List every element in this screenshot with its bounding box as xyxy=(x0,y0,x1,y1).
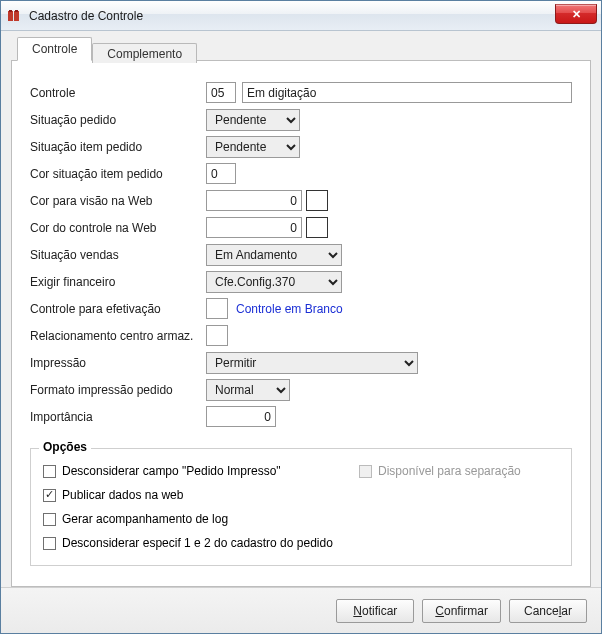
row-controle: Controle xyxy=(30,79,572,106)
cor-visao-web-swatch[interactable] xyxy=(306,190,328,211)
label-cor-situacao-item: Cor situação item pedido xyxy=(30,167,206,181)
label-relacionamento-centro: Relacionamento centro armaz. xyxy=(30,329,206,343)
tab-controle[interactable]: Controle xyxy=(17,37,92,61)
label-cor-visao-web: Cor para visão na Web xyxy=(30,194,206,208)
notificar-button[interactable]: Notificar xyxy=(336,599,414,623)
cor-situacao-item-input[interactable] xyxy=(206,163,236,184)
btn-hotkey: C xyxy=(435,604,444,618)
controle-code-input[interactable] xyxy=(206,82,236,103)
btn-pre: Cance xyxy=(524,604,559,618)
label-situacao-item-pedido: Situação item pedido xyxy=(30,140,206,154)
close-icon: ✕ xyxy=(572,9,581,20)
svg-rect-2 xyxy=(9,10,12,12)
controle-efetivacao-code-input[interactable] xyxy=(206,298,228,319)
opt-desconsiderar-especif[interactable]: Desconsiderar especif 1 e 2 do cadastro … xyxy=(43,531,359,555)
cor-visao-web-input[interactable] xyxy=(206,190,302,211)
row-exigir-financeiro: Exigir financeiro Cfe.Config.370 xyxy=(30,268,572,295)
svg-rect-1 xyxy=(14,11,19,21)
label-exigir-financeiro: Exigir financeiro xyxy=(30,275,206,289)
row-importancia: Importância xyxy=(30,403,572,430)
client-area: Controle Complemento Controle Situação p… xyxy=(1,31,601,633)
row-cor-controle-web: Cor do controle na Web xyxy=(30,214,572,241)
importancia-input[interactable] xyxy=(206,406,276,427)
btn-post: onfirmar xyxy=(444,604,488,618)
controle-desc-input[interactable] xyxy=(242,82,572,103)
row-impressao: Impressão Permitir xyxy=(30,349,572,376)
confirmar-button[interactable]: Confirmar xyxy=(422,599,501,623)
cor-controle-web-swatch[interactable] xyxy=(306,217,328,238)
close-button[interactable]: ✕ xyxy=(555,4,597,24)
svg-rect-0 xyxy=(8,11,13,21)
titlebar: Cadastro de Controle ✕ xyxy=(1,1,601,31)
svg-rect-3 xyxy=(15,10,18,12)
dialog-footer: Notificar Confirmar Cancelar xyxy=(1,587,601,633)
opt-label: Desconsiderar campo "Pedido Impresso" xyxy=(62,464,281,478)
label-importancia: Importância xyxy=(30,410,206,424)
label-controle-efetivacao: Controle para efetivação xyxy=(30,302,206,316)
label-situacao-pedido: Situação pedido xyxy=(30,113,206,127)
situacao-vendas-select[interactable]: Em Andamento xyxy=(206,244,342,266)
window: Cadastro de Controle ✕ Controle Compleme… xyxy=(0,0,602,634)
cancelar-button[interactable]: Cancelar xyxy=(509,599,587,623)
row-cor-visao-web: Cor para visão na Web xyxy=(30,187,572,214)
cor-controle-web-input[interactable] xyxy=(206,217,302,238)
row-situacao-item-pedido: Situação item pedido Pendente xyxy=(30,133,572,160)
row-formato-impressao: Formato impressão pedido Normal xyxy=(30,376,572,403)
opt-publicar-web[interactable]: Publicar dados na web xyxy=(43,483,359,507)
row-situacao-vendas: Situação vendas Em Andamento xyxy=(30,241,572,268)
tab-controle-label: Controle xyxy=(32,42,77,56)
checkbox-icon xyxy=(359,465,372,478)
tabstrip: Controle Complemento xyxy=(17,37,601,61)
btn-hotkey: N xyxy=(353,604,362,618)
label-controle: Controle xyxy=(30,86,206,100)
label-situacao-vendas: Situação vendas xyxy=(30,248,206,262)
label-cor-controle-web: Cor do controle na Web xyxy=(30,221,206,235)
form: Controle Situação pedido Pendente Situaç… xyxy=(30,79,572,430)
btn-post: ar xyxy=(561,604,572,618)
tab-complemento-label: Complemento xyxy=(107,47,182,61)
options-legend: Opções xyxy=(39,440,91,454)
checkbox-icon xyxy=(43,513,56,526)
label-formato-impressao: Formato impressão pedido xyxy=(30,383,206,397)
row-controle-efetivacao: Controle para efetivação Controle em Bra… xyxy=(30,295,572,322)
row-relacionamento-centro: Relacionamento centro armaz. xyxy=(30,322,572,349)
options-fieldset: Opções Desconsiderar campo "Pedido Impre… xyxy=(30,448,572,566)
controle-efetivacao-desc: Controle em Branco xyxy=(236,302,343,316)
exigir-financeiro-select[interactable]: Cfe.Config.370 xyxy=(206,271,342,293)
checkbox-icon xyxy=(43,537,56,550)
checkbox-icon xyxy=(43,489,56,502)
label-impressao: Impressão xyxy=(30,356,206,370)
opt-gerar-log[interactable]: Gerar acompanhamento de log xyxy=(43,507,359,531)
opt-disponivel-separacao: Disponível para separação xyxy=(359,459,559,483)
opt-label: Disponível para separação xyxy=(378,464,521,478)
app-icon xyxy=(7,8,23,24)
situacao-pedido-select[interactable]: Pendente xyxy=(206,109,300,131)
tab-complemento[interactable]: Complemento xyxy=(92,43,197,63)
formato-impressao-select[interactable]: Normal xyxy=(206,379,290,401)
impressao-select[interactable]: Permitir xyxy=(206,352,418,374)
situacao-item-pedido-select[interactable]: Pendente xyxy=(206,136,300,158)
checkbox-icon xyxy=(43,465,56,478)
relacionamento-centro-input[interactable] xyxy=(206,325,228,346)
row-cor-situacao-item: Cor situação item pedido xyxy=(30,160,572,187)
opt-label: Desconsiderar especif 1 e 2 do cadastro … xyxy=(62,536,333,550)
btn-post: otificar xyxy=(362,604,397,618)
tab-panel-controle: Controle Situação pedido Pendente Situaç… xyxy=(11,60,591,587)
opt-label: Publicar dados na web xyxy=(62,488,183,502)
opt-desconsiderar-pedido-impresso[interactable]: Desconsiderar campo "Pedido Impresso" xyxy=(43,459,359,483)
window-title: Cadastro de Controle xyxy=(29,9,143,23)
opt-label: Gerar acompanhamento de log xyxy=(62,512,228,526)
row-situacao-pedido: Situação pedido Pendente xyxy=(30,106,572,133)
